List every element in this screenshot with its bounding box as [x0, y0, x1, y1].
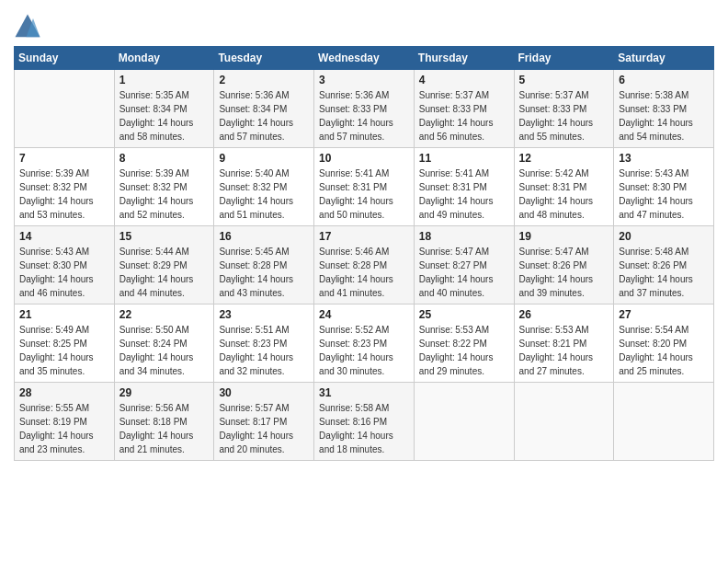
day-number: 3 — [319, 74, 409, 86]
calendar-day-cell: 21Sunrise: 5:49 AM Sunset: 8:25 PM Dayli… — [15, 304, 115, 383]
day-info: Sunrise: 5:40 AM Sunset: 8:32 PM Dayligh… — [219, 167, 309, 222]
calendar-day-cell: 14Sunrise: 5:43 AM Sunset: 8:30 PM Dayli… — [15, 226, 115, 304]
calendar-week-row: 14Sunrise: 5:43 AM Sunset: 8:30 PM Dayli… — [15, 226, 714, 304]
calendar-day-cell: 22Sunrise: 5:50 AM Sunset: 8:24 PM Dayli… — [114, 304, 214, 383]
calendar-day-cell: 16Sunrise: 5:45 AM Sunset: 8:28 PM Dayli… — [214, 226, 314, 304]
calendar-day-cell: 28Sunrise: 5:55 AM Sunset: 8:19 PM Dayli… — [15, 383, 115, 461]
calendar-day-cell — [514, 383, 614, 461]
calendar-day-cell: 9Sunrise: 5:40 AM Sunset: 8:32 PM Daylig… — [214, 148, 314, 226]
day-number: 18 — [419, 230, 509, 243]
calendar-body: 1Sunrise: 5:35 AM Sunset: 8:34 PM Daylig… — [15, 70, 714, 461]
day-number: 13 — [619, 152, 709, 165]
day-number: 24 — [319, 308, 409, 321]
calendar-day-cell — [15, 70, 115, 148]
calendar-day-cell: 15Sunrise: 5:44 AM Sunset: 8:29 PM Dayli… — [114, 226, 214, 304]
calendar-day-cell: 27Sunrise: 5:54 AM Sunset: 8:20 PM Dayli… — [614, 304, 714, 383]
day-number: 23 — [219, 308, 309, 321]
day-number: 31 — [319, 386, 409, 399]
day-info: Sunrise: 5:49 AM Sunset: 8:25 PM Dayligh… — [19, 323, 109, 378]
day-number: 4 — [419, 74, 509, 86]
page-header — [14, 9, 714, 40]
calendar-day-cell: 31Sunrise: 5:58 AM Sunset: 8:16 PM Dayli… — [314, 383, 415, 461]
day-info: Sunrise: 5:51 AM Sunset: 8:23 PM Dayligh… — [219, 323, 309, 378]
calendar-day-cell: 1Sunrise: 5:35 AM Sunset: 8:34 PM Daylig… — [114, 70, 214, 148]
calendar-day-cell: 12Sunrise: 5:42 AM Sunset: 8:31 PM Dayli… — [514, 148, 614, 226]
calendar-table: SundayMondayTuesdayWednesdayThursdayFrid… — [14, 46, 714, 461]
calendar-day-cell — [614, 383, 714, 461]
day-number: 25 — [419, 308, 509, 321]
weekday-header-cell: Saturday — [614, 47, 714, 70]
day-info: Sunrise: 5:37 AM Sunset: 8:33 PM Dayligh… — [419, 88, 509, 144]
calendar-day-cell: 8Sunrise: 5:39 AM Sunset: 8:32 PM Daylig… — [114, 148, 214, 226]
calendar-day-cell: 26Sunrise: 5:53 AM Sunset: 8:21 PM Dayli… — [514, 304, 614, 383]
weekday-header-cell: Friday — [514, 47, 614, 70]
day-info: Sunrise: 5:47 AM Sunset: 8:27 PM Dayligh… — [419, 245, 509, 300]
day-number: 16 — [219, 230, 309, 243]
calendar-day-cell — [414, 383, 514, 461]
day-info: Sunrise: 5:47 AM Sunset: 8:26 PM Dayligh… — [519, 245, 609, 300]
weekday-header-cell: Wednesday — [314, 47, 415, 70]
day-info: Sunrise: 5:52 AM Sunset: 8:23 PM Dayligh… — [319, 323, 409, 378]
calendar-day-cell: 19Sunrise: 5:47 AM Sunset: 8:26 PM Dayli… — [514, 226, 614, 304]
day-number: 30 — [219, 386, 309, 399]
calendar-day-cell: 25Sunrise: 5:53 AM Sunset: 8:22 PM Dayli… — [414, 304, 514, 383]
day-number: 1 — [119, 74, 210, 86]
day-info: Sunrise: 5:43 AM Sunset: 8:30 PM Dayligh… — [19, 245, 109, 300]
day-info: Sunrise: 5:44 AM Sunset: 8:29 PM Dayligh… — [119, 245, 210, 300]
day-info: Sunrise: 5:50 AM Sunset: 8:24 PM Dayligh… — [119, 323, 210, 378]
day-info: Sunrise: 5:41 AM Sunset: 8:31 PM Dayligh… — [419, 167, 509, 222]
day-info: Sunrise: 5:43 AM Sunset: 8:30 PM Dayligh… — [619, 167, 709, 222]
day-number: 2 — [219, 74, 309, 86]
day-number: 27 — [619, 308, 709, 321]
day-info: Sunrise: 5:36 AM Sunset: 8:34 PM Dayligh… — [219, 88, 309, 144]
calendar-week-row: 1Sunrise: 5:35 AM Sunset: 8:34 PM Daylig… — [15, 70, 714, 148]
day-number: 5 — [519, 74, 609, 86]
calendar-day-cell: 23Sunrise: 5:51 AM Sunset: 8:23 PM Dayli… — [214, 304, 314, 383]
day-number: 10 — [319, 152, 409, 165]
calendar-day-cell: 6Sunrise: 5:38 AM Sunset: 8:33 PM Daylig… — [614, 70, 714, 148]
day-number: 19 — [519, 230, 609, 243]
day-info: Sunrise: 5:42 AM Sunset: 8:31 PM Dayligh… — [519, 167, 609, 222]
logo-icon — [14, 13, 41, 40]
calendar-week-row: 21Sunrise: 5:49 AM Sunset: 8:25 PM Dayli… — [15, 304, 714, 383]
calendar-week-row: 28Sunrise: 5:55 AM Sunset: 8:19 PM Dayli… — [15, 383, 714, 461]
day-number: 7 — [19, 152, 109, 165]
day-info: Sunrise: 5:48 AM Sunset: 8:26 PM Dayligh… — [619, 245, 709, 300]
day-info: Sunrise: 5:36 AM Sunset: 8:33 PM Dayligh… — [319, 88, 409, 144]
calendar-day-cell: 29Sunrise: 5:56 AM Sunset: 8:18 PM Dayli… — [114, 383, 214, 461]
weekday-header-cell: Monday — [114, 47, 214, 70]
day-info: Sunrise: 5:53 AM Sunset: 8:22 PM Dayligh… — [419, 323, 509, 378]
day-number: 28 — [19, 386, 109, 399]
weekday-header-cell: Tuesday — [214, 47, 314, 70]
day-number: 11 — [419, 152, 509, 165]
weekday-header-cell: Thursday — [414, 47, 514, 70]
weekday-header-cell: Sunday — [15, 47, 115, 70]
weekday-header-row: SundayMondayTuesdayWednesdayThursdayFrid… — [15, 47, 714, 70]
calendar-day-cell: 20Sunrise: 5:48 AM Sunset: 8:26 PM Dayli… — [614, 226, 714, 304]
calendar-day-cell: 2Sunrise: 5:36 AM Sunset: 8:34 PM Daylig… — [214, 70, 314, 148]
logo — [14, 13, 45, 40]
day-number: 14 — [19, 230, 109, 243]
day-info: Sunrise: 5:39 AM Sunset: 8:32 PM Dayligh… — [19, 167, 109, 222]
calendar-day-cell: 5Sunrise: 5:37 AM Sunset: 8:33 PM Daylig… — [514, 70, 614, 148]
calendar-day-cell: 13Sunrise: 5:43 AM Sunset: 8:30 PM Dayli… — [614, 148, 714, 226]
day-number: 9 — [219, 152, 309, 165]
day-info: Sunrise: 5:39 AM Sunset: 8:32 PM Dayligh… — [119, 167, 210, 222]
day-info: Sunrise: 5:35 AM Sunset: 8:34 PM Dayligh… — [119, 88, 210, 144]
calendar-day-cell: 30Sunrise: 5:57 AM Sunset: 8:17 PM Dayli… — [214, 383, 314, 461]
calendar-day-cell: 17Sunrise: 5:46 AM Sunset: 8:28 PM Dayli… — [314, 226, 415, 304]
day-info: Sunrise: 5:58 AM Sunset: 8:16 PM Dayligh… — [319, 401, 409, 456]
day-info: Sunrise: 5:55 AM Sunset: 8:19 PM Dayligh… — [19, 401, 109, 456]
day-info: Sunrise: 5:54 AM Sunset: 8:20 PM Dayligh… — [619, 323, 709, 378]
calendar-day-cell: 3Sunrise: 5:36 AM Sunset: 8:33 PM Daylig… — [314, 70, 415, 148]
day-info: Sunrise: 5:45 AM Sunset: 8:28 PM Dayligh… — [219, 245, 309, 300]
day-number: 15 — [119, 230, 210, 243]
day-number: 6 — [619, 74, 709, 86]
calendar-week-row: 7Sunrise: 5:39 AM Sunset: 8:32 PM Daylig… — [15, 148, 714, 226]
day-info: Sunrise: 5:37 AM Sunset: 8:33 PM Dayligh… — [519, 88, 609, 144]
day-number: 26 — [519, 308, 609, 321]
calendar-day-cell: 24Sunrise: 5:52 AM Sunset: 8:23 PM Dayli… — [314, 304, 415, 383]
calendar-day-cell: 11Sunrise: 5:41 AM Sunset: 8:31 PM Dayli… — [414, 148, 514, 226]
calendar-day-cell: 18Sunrise: 5:47 AM Sunset: 8:27 PM Dayli… — [414, 226, 514, 304]
calendar-day-cell: 4Sunrise: 5:37 AM Sunset: 8:33 PM Daylig… — [414, 70, 514, 148]
